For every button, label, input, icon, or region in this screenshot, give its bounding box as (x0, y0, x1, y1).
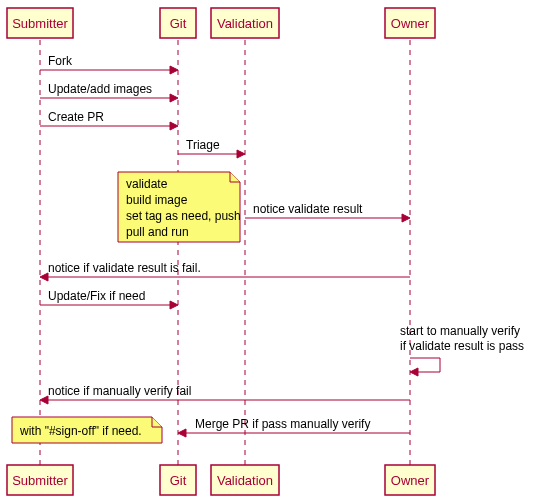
note-line: build image (126, 193, 188, 207)
note-line: with "#sign-off" if need. (19, 424, 142, 438)
svg-marker-7 (170, 94, 178, 102)
message-label: notice if validate result is fail. (48, 261, 201, 275)
svg-marker-21 (410, 368, 418, 376)
message-label: Update/add images (48, 82, 152, 96)
participant-label: Submitter (12, 473, 68, 488)
svg-marker-11 (237, 150, 245, 158)
message-start-manual-verify: start to manually verify if validate res… (400, 324, 524, 376)
svg-marker-5 (170, 66, 178, 74)
message-triage: Triage (178, 138, 245, 158)
note-validate: validate build image set tag as need, pu… (118, 172, 241, 242)
svg-marker-15 (40, 273, 48, 281)
participant-label: Validation (217, 16, 273, 31)
message-update-fix: Update/Fix if need (40, 289, 178, 309)
participant-label: Submitter (12, 16, 68, 31)
participant-submitter-bottom: Submitter (7, 465, 73, 495)
participant-submitter-top: Submitter (7, 8, 73, 38)
svg-marker-25 (178, 429, 186, 437)
message-create-pr: Create PR (40, 110, 178, 130)
sequence-diagram: Submitter Git Validation Owner Fork Upda… (0, 0, 549, 502)
svg-marker-17 (170, 301, 178, 309)
participant-label: Git (170, 16, 187, 31)
message-label: notice if manually verify fail (48, 384, 191, 398)
participant-label: Owner (391, 16, 430, 31)
message-notice-fail: notice if validate result is fail. (40, 261, 410, 281)
svg-marker-13 (402, 214, 410, 222)
participant-label: Git (170, 473, 187, 488)
participant-git-top: Git (160, 8, 196, 38)
message-notice-validate-result: notice validate result (245, 202, 410, 222)
note-line: validate (126, 177, 168, 191)
participant-owner-bottom: Owner (385, 465, 435, 495)
message-label: if validate result is pass (400, 339, 524, 353)
participant-label: Owner (391, 473, 430, 488)
message-merge-pr: Merge PR if pass manually verify (178, 417, 410, 437)
message-notice-manual-fail: notice if manually verify fail (40, 384, 410, 404)
message-label: Triage (186, 138, 220, 152)
message-label: start to manually verify (400, 324, 520, 338)
participant-validation-top: Validation (211, 8, 279, 38)
message-label: Create PR (48, 110, 104, 124)
message-fork: Fork (40, 54, 178, 74)
svg-marker-23 (40, 396, 48, 404)
participant-git-bottom: Git (160, 465, 196, 495)
participant-owner-top: Owner (385, 8, 435, 38)
note-line: pull and run (126, 225, 189, 239)
participant-validation-bottom: Validation (211, 465, 279, 495)
message-label: Fork (48, 54, 73, 68)
message-label: Update/Fix if need (48, 289, 145, 303)
svg-marker-9 (170, 122, 178, 130)
message-label: notice validate result (253, 202, 363, 216)
message-update-add-images: Update/add images (40, 82, 178, 102)
message-label: Merge PR if pass manually verify (195, 417, 370, 431)
participant-label: Validation (217, 473, 273, 488)
note-signoff: with "#sign-off" if need. (12, 417, 162, 443)
note-line: set tag as need, push (126, 209, 241, 223)
